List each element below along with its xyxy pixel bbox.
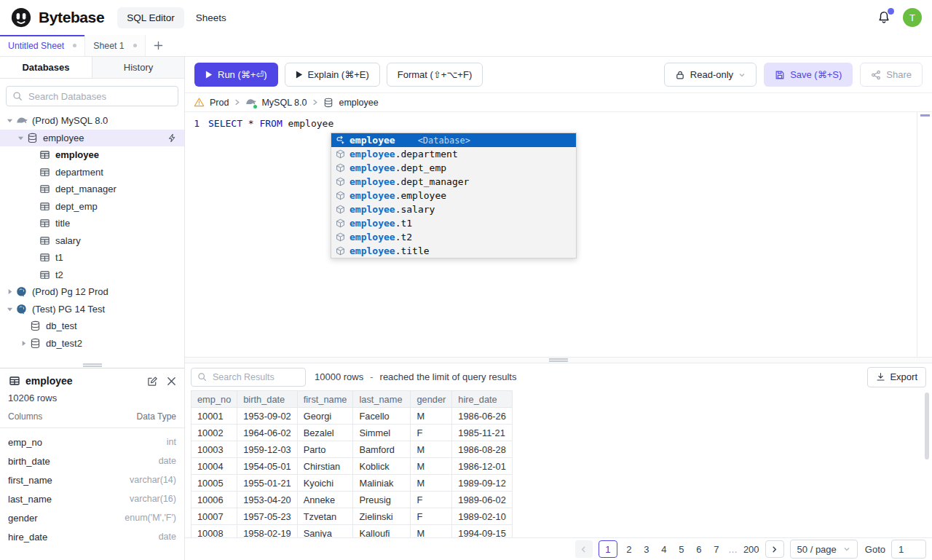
- chevron-right-icon[interactable]: [17, 340, 29, 347]
- bytebase-brand[interactable]: Bytebase: [10, 7, 104, 28]
- cell[interactable]: F: [411, 425, 452, 441]
- breadcrumb-instance[interactable]: MySQL 8.0: [261, 98, 307, 108]
- page-size-select[interactable]: 50 / page: [790, 540, 858, 559]
- cell[interactable]: 1986-08-28: [452, 441, 512, 458]
- cell[interactable]: M: [411, 441, 452, 458]
- page-button-last[interactable]: 200: [743, 544, 759, 555]
- cell[interactable]: 10002: [191, 425, 237, 441]
- table-row[interactable]: 100081958-02-19SaniyaKalloufiM1994-09-15: [191, 525, 513, 538]
- cell[interactable]: M: [411, 525, 452, 538]
- cell[interactable]: 1955-01-21: [237, 475, 297, 492]
- cell[interactable]: Maliniak: [353, 475, 411, 492]
- unsaved-dot-icon[interactable]: [133, 44, 137, 47]
- tree-table-dept-manager[interactable]: dept_manager: [0, 181, 184, 198]
- cell[interactable]: 1953-09-02: [237, 408, 297, 425]
- tree-instance-mysql[interactable]: (Prod) MySQL 8.0: [0, 112, 184, 130]
- avatar[interactable]: T: [903, 8, 922, 27]
- export-button[interactable]: Export: [867, 367, 926, 387]
- cell[interactable]: 1986-06-26: [452, 408, 512, 425]
- panel-resize-handle[interactable]: [83, 363, 102, 367]
- breadcrumb-database[interactable]: employee: [339, 98, 378, 108]
- cell[interactable]: 1954-05-01: [237, 458, 297, 475]
- editor-results-divider[interactable]: [185, 357, 932, 363]
- goto-page-input[interactable]: [891, 540, 926, 559]
- cell[interactable]: 1964-06-02: [237, 425, 297, 441]
- cell[interactable]: 1989-02-10: [452, 508, 512, 525]
- tab-history[interactable]: History: [92, 57, 184, 78]
- cell[interactable]: Kyoichi: [297, 475, 353, 492]
- cell[interactable]: Kalloufi: [353, 525, 411, 538]
- cell[interactable]: Zielinski: [353, 508, 411, 525]
- tree-instance-pg12[interactable]: (Prod) Pg 12 Prod: [0, 283, 184, 301]
- cell[interactable]: 1989-09-12: [452, 475, 512, 492]
- cell[interactable]: 10005: [191, 475, 237, 492]
- column-header[interactable]: birth_date: [237, 391, 297, 408]
- cell[interactable]: F: [411, 508, 452, 525]
- tree-table-employee[interactable]: employee: [0, 146, 184, 164]
- suggestion-item[interactable]: employee.title: [331, 244, 576, 258]
- tree-instance-pg14[interactable]: (Test) PG 14 Test: [0, 301, 184, 318]
- notification-bell-icon[interactable]: [877, 10, 891, 25]
- cell[interactable]: Preusig: [353, 492, 411, 508]
- sql-editor[interactable]: 1 SELECT * FROM employee employee <Datab…: [185, 112, 932, 357]
- tree-table-title[interactable]: title: [0, 215, 184, 232]
- chevron-down-icon[interactable]: [4, 306, 15, 312]
- table-row[interactable]: 100071957-05-23TzvetanZielinskiF1989-02-…: [191, 508, 513, 525]
- cell[interactable]: Bezalel: [297, 425, 353, 441]
- share-button[interactable]: Share: [860, 63, 923, 87]
- cell[interactable]: Simmel: [353, 425, 411, 441]
- page-button[interactable]: 2: [623, 544, 635, 555]
- page-button[interactable]: 4: [658, 544, 670, 555]
- table-row[interactable]: 100031959-12-03PartoBamfordM1986-08-28: [191, 441, 513, 458]
- breadcrumb-env[interactable]: Prod: [210, 98, 229, 108]
- close-panel-icon[interactable]: [167, 376, 176, 386]
- suggestion-item[interactable]: employee.t1: [331, 216, 576, 230]
- cell[interactable]: 1986-12-01: [452, 458, 512, 475]
- cell[interactable]: Georgi: [297, 408, 353, 425]
- table-row[interactable]: 100051955-01-21KyoichiMaliniakM1989-09-1…: [191, 475, 513, 492]
- cell[interactable]: F: [411, 492, 452, 508]
- column-header[interactable]: emp_no: [191, 391, 237, 408]
- results-search-input[interactable]: [211, 371, 299, 383]
- divider-grip[interactable]: [549, 358, 568, 362]
- column-header[interactable]: hire_date: [452, 391, 512, 408]
- cell[interactable]: Saniya: [297, 525, 353, 538]
- cell[interactable]: Facello: [353, 408, 411, 425]
- cell[interactable]: 10003: [191, 441, 237, 458]
- chevron-right-icon[interactable]: [4, 288, 15, 295]
- add-sheet-button[interactable]: [146, 35, 172, 56]
- tree-table-salary[interactable]: salary: [0, 232, 184, 250]
- cell[interactable]: 10008: [191, 525, 237, 538]
- column-header[interactable]: first_name: [297, 391, 353, 408]
- page-button[interactable]: 3: [641, 544, 652, 555]
- results-scrollbar[interactable]: [925, 393, 929, 460]
- next-page-button[interactable]: [765, 540, 784, 558]
- cell[interactable]: 1958-02-19: [237, 525, 297, 538]
- cell[interactable]: 1985-11-21: [452, 425, 512, 441]
- table-row[interactable]: 100041954-05-01ChirstianKoblickM1986-12-…: [191, 458, 513, 475]
- edit-table-icon[interactable]: [147, 376, 158, 387]
- cell[interactable]: 10007: [191, 508, 237, 525]
- tree-database-employee[interactable]: employee: [0, 130, 184, 147]
- nav-sheets[interactable]: Sheets: [196, 12, 226, 23]
- cell[interactable]: Koblick: [353, 458, 411, 475]
- cell[interactable]: 1989-06-02: [452, 492, 512, 508]
- cell[interactable]: Parto: [297, 441, 353, 458]
- table-row[interactable]: 100061953-04-20AnnekePreusigF1989-06-02: [191, 492, 513, 508]
- suggestion-item[interactable]: employee.dept_manager: [331, 175, 576, 189]
- chevron-down-icon[interactable]: [4, 117, 15, 124]
- suggestion-item[interactable]: employee.dept_emp: [331, 161, 576, 175]
- tab-sheet-1[interactable]: Sheet 1: [85, 35, 145, 56]
- cell[interactable]: Bamford: [353, 441, 411, 458]
- suggestion-item[interactable]: employee.t2: [331, 230, 576, 244]
- nav-sql-editor[interactable]: SQL Editor: [117, 7, 184, 28]
- suggestion-item[interactable]: employee.department: [331, 147, 576, 161]
- table-row[interactable]: 100011953-09-02GeorgiFacelloM1986-06-26: [191, 408, 513, 425]
- cell[interactable]: 1953-04-20: [237, 492, 297, 508]
- cell[interactable]: M: [411, 408, 452, 425]
- table-row[interactable]: 100021964-06-02BezalelSimmelF1985-11-21: [191, 425, 513, 441]
- tree-database-db-test2[interactable]: db_test2: [0, 335, 184, 352]
- tree-table-t1[interactable]: t1: [0, 249, 184, 267]
- column-header[interactable]: last_name: [353, 391, 411, 408]
- cell[interactable]: Chirstian: [297, 458, 353, 475]
